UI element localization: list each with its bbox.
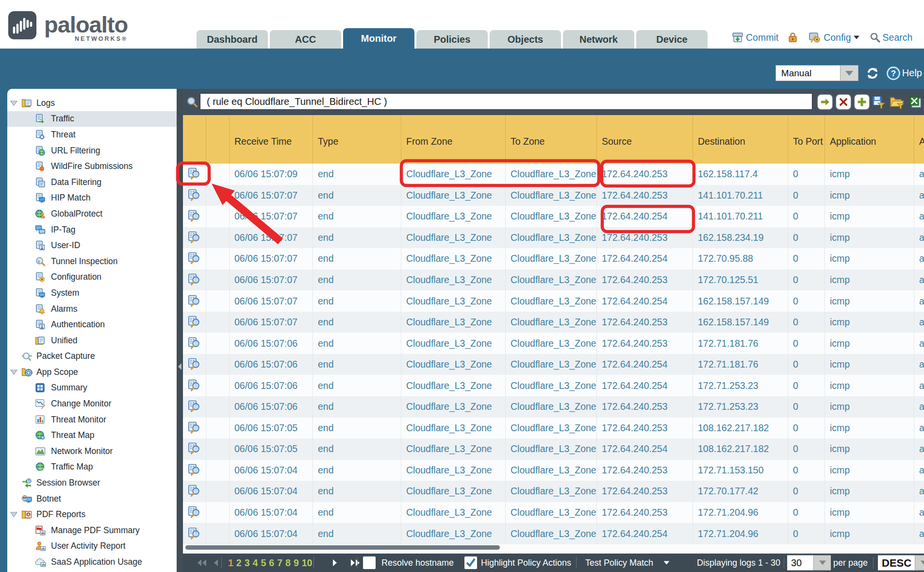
test-policy-match-button[interactable]: Test Policy Match bbox=[585, 558, 653, 568]
sidebar-item-system[interactable]: System bbox=[7, 285, 177, 301]
cell-application[interactable]: icmp bbox=[825, 248, 914, 269]
cell-to-zone[interactable]: Cloudflare_L3_Zone bbox=[506, 523, 597, 544]
cell-source[interactable]: 172.64.240.254 bbox=[597, 248, 693, 269]
column-header-type[interactable]: Type bbox=[313, 115, 401, 164]
tab-objects[interactable]: Objects bbox=[490, 30, 561, 49]
cell-application[interactable]: icmp bbox=[825, 418, 914, 439]
cell-to-zone[interactable]: Cloudflare_L3_Zone bbox=[506, 185, 597, 206]
sidebar-item-logs[interactable]: Logs bbox=[7, 95, 177, 111]
cell-application[interactable]: icmp bbox=[825, 164, 914, 185]
refresh-icon[interactable] bbox=[865, 66, 880, 81]
horizontal-scrollbar-thumb[interactable] bbox=[185, 545, 500, 550]
sidebar-item-globalprotect[interactable]: GlobalProtect bbox=[7, 206, 177, 222]
cell-action[interactable]: a bbox=[914, 502, 924, 523]
cell-to-port[interactable]: 0 bbox=[788, 248, 825, 269]
cell-to-zone[interactable]: Cloudflare_L3_Zone bbox=[506, 418, 597, 439]
cell-from-zone[interactable]: Cloudflare_L3_Zone bbox=[401, 290, 506, 312]
cell-action[interactable]: a bbox=[914, 418, 924, 439]
cell-to-port[interactable]: 0 bbox=[788, 396, 825, 418]
cell-destination[interactable]: 108.162.217.182 bbox=[693, 438, 788, 460]
cell-to-port[interactable]: 0 bbox=[788, 438, 825, 460]
sidebar-item-authentication[interactable]: Authentication bbox=[7, 317, 177, 333]
cell-to-port[interactable]: 0 bbox=[788, 418, 825, 439]
sidebar-item-traffic-map[interactable]: Traffic Map bbox=[7, 459, 177, 475]
cell-source[interactable]: 172.64.240.254 bbox=[597, 206, 693, 227]
help-icon[interactable]: ? bbox=[887, 67, 900, 80]
column-header-to-port[interactable]: To Port bbox=[788, 115, 825, 164]
cell-source[interactable]: 172.64.240.254 bbox=[597, 290, 693, 312]
per-page-caret[interactable] bbox=[813, 555, 831, 571]
cell-source[interactable]: 172.64.240.254 bbox=[597, 375, 693, 396]
filter-query-input[interactable]: ( rule eq Cloudflare_Tunnel_Bidirect_HC … bbox=[200, 93, 812, 110]
log-detail-icon[interactable] bbox=[183, 227, 206, 249]
cell-from-zone[interactable]: Cloudflare_L3_Zone bbox=[401, 523, 506, 544]
sidebar-item-user-activity-report[interactable]: User Activity Report bbox=[7, 538, 177, 555]
sidebar-item-packet-capture[interactable]: Packet Capture bbox=[7, 349, 177, 365]
sort-order-caret[interactable] bbox=[915, 555, 924, 571]
sidebar-splitter[interactable] bbox=[177, 89, 183, 572]
tab-acc[interactable]: ACC bbox=[270, 30, 341, 49]
sidebar-item-threat-map[interactable]: Threat Map bbox=[7, 427, 177, 443]
sidebar-item-data-filtering[interactable]: Data Filtering bbox=[7, 174, 177, 190]
sidebar-item-network-monitor[interactable]: Network Monitor bbox=[7, 443, 177, 459]
load-filter-icon[interactable] bbox=[890, 95, 904, 109]
cell-application[interactable]: icmp bbox=[825, 502, 914, 523]
expand-collapse-icon[interactable] bbox=[10, 101, 18, 106]
cell-destination[interactable]: 172.71.204.96 bbox=[693, 502, 788, 523]
page-number-5[interactable]: 5 bbox=[261, 557, 266, 569]
log-detail-icon[interactable] bbox=[183, 438, 206, 460]
cell-application[interactable]: icmp bbox=[825, 227, 914, 249]
cell-source[interactable]: 172.64.240.253 bbox=[597, 227, 693, 249]
cell-destination[interactable]: 172.70.125.51 bbox=[693, 269, 788, 291]
cell-action[interactable]: a bbox=[914, 206, 924, 227]
cell-action[interactable]: a bbox=[914, 438, 924, 460]
cell-to-zone[interactable]: Cloudflare_L3_Zone bbox=[506, 354, 597, 375]
cell-to-zone[interactable]: Cloudflare_L3_Zone bbox=[506, 227, 597, 249]
tab-policies[interactable]: Policies bbox=[416, 30, 488, 49]
sidebar-item-url-filtering[interactable]: URL Filtering bbox=[7, 143, 177, 159]
cell-destination[interactable]: 141.101.70.211 bbox=[693, 185, 788, 206]
cell-source[interactable]: 172.64.240.253 bbox=[597, 333, 693, 354]
log-detail-icon[interactable] bbox=[183, 375, 206, 396]
cell-to-zone[interactable]: Cloudflare_L3_Zone bbox=[506, 164, 597, 185]
help-label[interactable]: Help bbox=[902, 67, 922, 79]
cell-from-zone[interactable]: Cloudflare_L3_Zone bbox=[401, 269, 506, 291]
sidebar-item-unified[interactable]: Unified bbox=[7, 333, 177, 349]
export-csv-icon[interactable] bbox=[908, 95, 923, 109]
cell-from-zone[interactable]: Cloudflare_L3_Zone bbox=[401, 502, 506, 523]
cell-source[interactable]: 172.64.240.253 bbox=[597, 312, 693, 333]
cell-from-zone[interactable]: Cloudflare_L3_Zone bbox=[401, 418, 506, 439]
log-detail-icon[interactable] bbox=[183, 206, 206, 227]
cell-to-zone[interactable]: Cloudflare_L3_Zone bbox=[506, 333, 597, 354]
test-policy-caret-icon[interactable] bbox=[663, 561, 670, 565]
cell-destination[interactable]: 108.162.217.182 bbox=[693, 418, 788, 439]
cell-destination[interactable]: 172.71.153.150 bbox=[693, 460, 788, 481]
cell-application[interactable]: icmp bbox=[825, 333, 914, 354]
cell-source[interactable]: 172.64.240.253 bbox=[597, 418, 693, 439]
page-number-2[interactable]: 2 bbox=[236, 557, 242, 569]
search-button[interactable]: Search bbox=[883, 32, 913, 43]
refresh-mode-caret[interactable] bbox=[841, 65, 858, 81]
cell-to-zone[interactable]: Cloudflare_L3_Zone bbox=[506, 375, 597, 396]
sidebar-item-traffic[interactable]: Traffic bbox=[7, 111, 177, 127]
tab-dashboard[interactable]: Dashboard bbox=[197, 30, 268, 49]
expand-collapse-icon[interactable] bbox=[10, 512, 18, 517]
cell-application[interactable]: icmp bbox=[825, 290, 914, 312]
cell-source[interactable]: 172.64.240.253 bbox=[597, 185, 693, 206]
sidebar-item-session-browser[interactable]: Session Browser bbox=[7, 475, 177, 491]
cell-from-zone[interactable]: Cloudflare_L3_Zone bbox=[401, 206, 506, 227]
sidebar-item-threat-monitor[interactable]: Threat Monitor bbox=[7, 412, 177, 428]
save-filter-icon[interactable] bbox=[871, 95, 886, 109]
sidebar-item-hip-match[interactable]: HIP Match bbox=[7, 190, 177, 206]
sidebar-item-manage-pdf-summary[interactable]: Manage PDF Summary bbox=[7, 522, 177, 538]
log-detail-icon[interactable] bbox=[183, 312, 206, 333]
cell-from-zone[interactable]: Cloudflare_L3_Zone bbox=[401, 248, 506, 269]
cell-source[interactable]: 172.64.240.253 bbox=[597, 481, 693, 502]
cell-from-zone[interactable]: Cloudflare_L3_Zone bbox=[401, 312, 506, 333]
cell-application[interactable]: icmp bbox=[825, 354, 914, 375]
cell-to-zone[interactable]: Cloudflare_L3_Zone bbox=[506, 396, 597, 418]
cell-source[interactable]: 172.64.240.254 bbox=[597, 523, 693, 544]
sidebar-item-configuration[interactable]: Configuration bbox=[7, 269, 177, 286]
tab-network[interactable]: Network bbox=[563, 30, 634, 49]
sidebar-item-threat[interactable]: Threat bbox=[7, 127, 177, 143]
